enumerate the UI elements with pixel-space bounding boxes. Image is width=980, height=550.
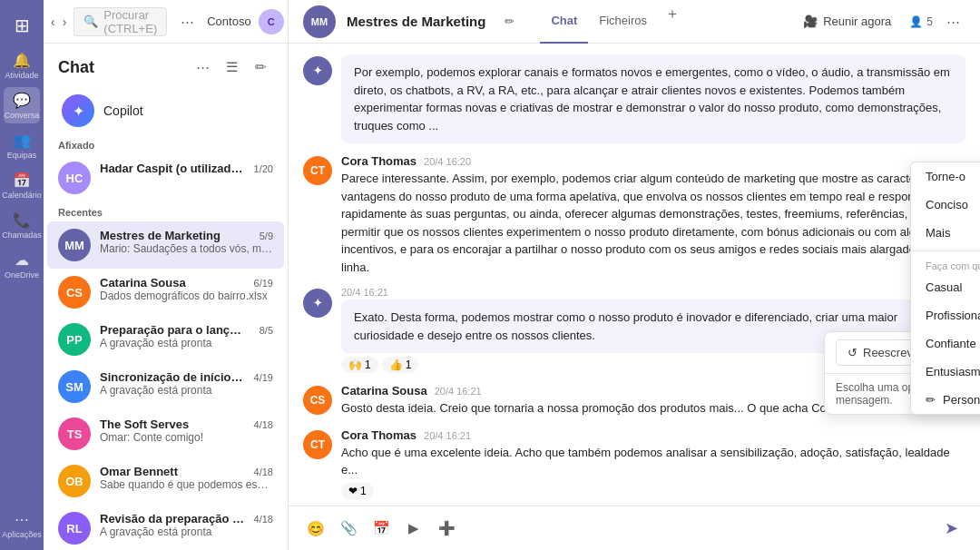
attachment-icon[interactable]: 📎 xyxy=(336,516,361,541)
confiante-label: Confiante xyxy=(926,337,976,350)
message-text: Parece interessante. Assim, por exemplo,… xyxy=(341,170,965,276)
chat-item[interactable]: HC Hadar Caspit (o utilizador) 1/20 xyxy=(47,154,284,201)
reaction[interactable]: ❤ 1 xyxy=(341,483,374,499)
channel-name: Mestres de Marketing xyxy=(347,14,485,29)
copilot-name: Copilot xyxy=(103,103,143,118)
chat-item-info: Catarina Sousa6/19 Dados demográficos do… xyxy=(100,276,273,302)
new-chat-btn[interactable]: ✏ xyxy=(248,54,273,80)
chat-item-name: Preparação para o lançamento do Pr... xyxy=(100,323,245,337)
chat-item-name: Sincronização de início do Mark 8 xyxy=(100,370,245,384)
chat-btn[interactable]: 💬 Conversa xyxy=(4,87,40,123)
more-btn[interactable]: ➕ xyxy=(434,516,459,541)
calendar-icon[interactable]: 📅 xyxy=(368,516,394,541)
chat-item[interactable]: RL Revisão da preparação para o lançam..… xyxy=(47,505,284,550)
channel-more-btn[interactable]: ⋯ xyxy=(940,9,965,34)
avatar: HC xyxy=(58,162,91,194)
divider xyxy=(911,250,980,251)
chat-item[interactable]: TS The Soft Serves4/18 Omar: Conte comig… xyxy=(47,410,284,457)
video-icon[interactable]: ▶ xyxy=(401,516,426,541)
conciso-label: Conciso xyxy=(926,198,968,211)
calendar-btn[interactable]: 📅 Calendário xyxy=(4,167,40,203)
participants-count: 5 xyxy=(926,15,933,28)
back-btn[interactable]: ‹ xyxy=(51,9,55,34)
dropdown-item-entusiasmado[interactable]: Entusiasmado xyxy=(911,358,980,386)
chat-item[interactable]: OB Omar Bennett4/18 Sabe quando é que po… xyxy=(47,457,284,505)
send-btn[interactable]: ➤ xyxy=(936,514,965,543)
message-body: Cora Thomas 20/4 16:21 Acho que é uma ex… xyxy=(341,428,965,499)
entusiasmado-label: Entusiasmado xyxy=(926,365,980,378)
message-time: 20/4 16:21 xyxy=(424,430,471,441)
calls-btn[interactable]: 📞 Chamadas xyxy=(4,207,40,243)
sidebar-more-btn[interactable]: ⋯ xyxy=(190,54,215,80)
channel-tabs: Chat Ficheiros ＋ xyxy=(540,0,687,44)
sidebar-title: Chat xyxy=(58,58,94,77)
message-author: Catarina Sousa xyxy=(341,384,427,398)
channel-avatar: MM xyxy=(303,5,336,38)
user-avatar[interactable]: C xyxy=(259,9,284,34)
calendar-label: Calendário xyxy=(2,191,42,200)
chat-item[interactable]: SM Sincronização de início do Mark 84/19… xyxy=(47,363,284,410)
dropdown-item-torne[interactable]: Torne-o xyxy=(911,162,980,191)
onedrive-btn[interactable]: ☁ OneDrive xyxy=(4,247,40,283)
apps-btn[interactable]: ⋯ Aplicações xyxy=(4,506,40,543)
message-reactions: ❤ 1 xyxy=(341,483,965,499)
avatar: CS xyxy=(303,386,332,415)
more-options-btn[interactable]: ⋯ xyxy=(174,9,200,34)
dropdown-item-confiante[interactable]: Confiante xyxy=(911,329,980,358)
reaction[interactable]: 👍 1 xyxy=(382,357,419,373)
reunir-btn[interactable]: 🎥 Reunir agora xyxy=(792,9,902,34)
reaction[interactable]: 🙌 1 xyxy=(341,357,378,373)
copilot-entry[interactable]: ✦ Copilot xyxy=(51,87,280,134)
avatar: RL xyxy=(58,512,91,545)
chat-item-preview: A gravação está pronta xyxy=(100,525,273,538)
chat-item-date: 1/20 xyxy=(254,163,273,174)
tab-ficheiros[interactable]: Ficheiros xyxy=(588,0,658,44)
channel-header-right: 🎥 Reunir agora 👤 5 ⋯ xyxy=(792,9,965,34)
apps-label: Aplicações xyxy=(2,530,42,539)
forward-btn[interactable]: › xyxy=(63,9,67,34)
top-bar: ‹ › 🔍 Procurar (CTRL+E) ⋯ Contoso C — ☐ … xyxy=(44,0,288,44)
sidebar-header: Chat ⋯ ☰ ✏ xyxy=(44,44,288,87)
message-group: CT Cora Thomas 20/4 16:20 Parece interes… xyxy=(303,154,965,276)
avatar: CT xyxy=(303,430,332,459)
activity-btn[interactable]: 🔔 Atividade xyxy=(4,47,40,83)
edit-channel-btn[interactable]: ✏ xyxy=(496,9,522,34)
chat-item-preview: Sabe quando é que podemos esperar a últi… xyxy=(100,478,273,491)
chat-item-name: Mestres de Marketing xyxy=(100,229,220,242)
pinned-label: Afixado xyxy=(44,134,288,154)
dropdown-item-profissional[interactable]: Profissional xyxy=(911,301,980,329)
add-tab-btn[interactable]: ＋ xyxy=(658,0,687,29)
chat-icon: 💬 xyxy=(13,92,31,109)
dropdown-item-conciso[interactable]: Conciso xyxy=(911,191,980,219)
search-bar[interactable]: 🔍 Procurar (CTRL+E) xyxy=(74,7,167,36)
chat-list: Afixado HC Hadar Caspit (o utilizador) 1… xyxy=(44,134,288,550)
message-time: 20/4 16:21 xyxy=(435,386,482,397)
teams-logo-btn[interactable]: ⊞ xyxy=(4,7,40,44)
dropdown-item-casual[interactable]: Casual xyxy=(911,273,980,301)
sidebar-actions: ⋯ ☰ ✏ xyxy=(190,54,273,80)
main-content: MM Mestres de Marketing ✏ Chat Ficheiros… xyxy=(289,0,980,550)
tab-chat[interactable]: Chat xyxy=(540,0,588,44)
chat-item-name: The Soft Serves xyxy=(100,417,189,431)
sidebar-filter-btn[interactable]: ☰ xyxy=(219,54,244,80)
teams-icon: 👥 xyxy=(13,132,31,149)
teams-btn[interactable]: 👥 Equipas xyxy=(4,127,40,163)
torne-label: Torne-o xyxy=(926,170,965,183)
message-text: Acho que é uma excelente ideia. Acho que… xyxy=(341,444,965,479)
emoji-btn[interactable]: 😊 xyxy=(303,516,328,541)
apps-icon: ⋯ xyxy=(15,511,29,528)
chat-item-info: Omar Bennett4/18 Sabe quando é que podem… xyxy=(100,465,273,491)
avatar: OB xyxy=(58,465,91,497)
input-area: 😊 📎 📅 ▶ ➕ ➤ xyxy=(289,506,980,550)
chat-item[interactable]: MM Mestres de Marketing5/9 Mario: Saudaç… xyxy=(47,221,284,269)
message-meta: Cora Thomas 20/4 16:21 xyxy=(341,428,965,442)
chat-item-preview: A gravação está pronta xyxy=(100,384,273,397)
calendar-icon: 📅 xyxy=(13,172,31,189)
dropdown-item-mais[interactable]: Mais xyxy=(911,219,980,247)
chat-area: ✦ Por exemplo, podemos explorar canais e… xyxy=(289,44,980,506)
chat-item[interactable]: CS Catarina Sousa6/19 Dados demográficos… xyxy=(47,269,284,316)
dropdown-item-personalizado[interactable]: ✏ Personalizado xyxy=(911,386,980,414)
chat-item-preview: A gravação está pronta xyxy=(100,337,273,349)
chat-item[interactable]: PP Preparação para o lançamento do Pr...… xyxy=(47,316,284,363)
chat-item-name: Hadar Caspit (o utilizador) xyxy=(100,162,245,175)
